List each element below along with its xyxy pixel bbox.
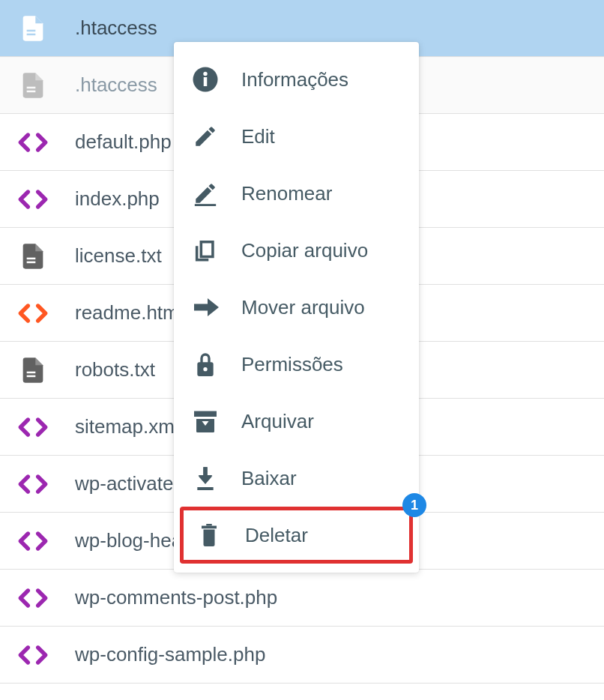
pencil-icon <box>192 123 219 150</box>
svg-point-10 <box>203 72 207 76</box>
doc-gray-icon <box>18 70 48 100</box>
menu-item-info[interactable]: Informações <box>174 51 419 108</box>
menu-item-copy[interactable]: Copiar arquivo <box>174 222 419 279</box>
svg-rect-0 <box>27 29 36 31</box>
archive-icon <box>192 408 219 435</box>
file-name-label: license.txt <box>75 244 162 268</box>
menu-item-pencil-line[interactable]: Renomear <box>174 165 419 222</box>
file-name-label: wp-comments-post.php <box>75 586 277 609</box>
code-purple-icon <box>18 526 48 556</box>
menu-item-trash[interactable]: Deletar <box>180 507 413 564</box>
menu-item-pencil[interactable]: Edit <box>174 108 419 165</box>
file-row[interactable]: wp-comments-post.php <box>0 570 604 627</box>
svg-rect-7 <box>27 375 36 377</box>
file-name-label: readme.html <box>75 301 184 325</box>
svg-rect-2 <box>27 86 36 88</box>
svg-rect-14 <box>197 487 213 490</box>
svg-rect-1 <box>27 33 36 35</box>
context-menu: InformaçõesEditRenomearCopiar arquivoMov… <box>174 42 419 573</box>
menu-item-lock[interactable]: Permissões <box>174 336 419 393</box>
file-row[interactable]: wp-config-sample.php <box>0 627 604 684</box>
code-purple-icon <box>18 412 48 442</box>
lock-icon <box>192 351 219 378</box>
menu-label: Permissões <box>241 353 343 376</box>
file-name-label: index.php <box>75 187 160 211</box>
file-name-label: .htaccess <box>75 16 157 40</box>
arrow-right-icon <box>192 294 219 321</box>
svg-rect-5 <box>27 261 36 263</box>
menu-label: Mover arquivo <box>241 296 365 319</box>
menu-label: Deletar <box>245 524 308 547</box>
file-name-label: wp-config-sample.php <box>75 643 265 666</box>
menu-label: Copiar arquivo <box>241 239 368 262</box>
code-orange-icon <box>18 298 48 328</box>
file-name-label: default.php <box>75 130 172 154</box>
menu-label: Baixar <box>241 467 297 490</box>
svg-rect-9 <box>204 77 208 86</box>
svg-rect-11 <box>195 204 216 206</box>
notification-badge: 1 <box>402 493 426 517</box>
code-purple-icon <box>18 127 48 157</box>
copy-icon <box>192 237 219 264</box>
menu-item-archive[interactable]: Arquivar <box>174 393 419 450</box>
menu-item-arrow-right[interactable]: Mover arquivo <box>174 279 419 336</box>
file-name-label: robots.txt <box>75 358 155 381</box>
svg-rect-4 <box>27 257 36 259</box>
code-purple-icon <box>18 184 48 214</box>
svg-point-12 <box>203 367 207 371</box>
pencil-line-icon <box>192 180 219 207</box>
code-purple-icon <box>18 469 48 499</box>
svg-rect-13 <box>194 411 217 417</box>
menu-item-download[interactable]: Baixar <box>174 450 419 507</box>
menu-label: Renomear <box>241 182 332 205</box>
menu-label: Informações <box>241 68 348 91</box>
doc-white-icon <box>18 13 48 43</box>
code-purple-icon <box>18 640 48 670</box>
svg-rect-3 <box>27 90 36 92</box>
menu-label: Arquivar <box>241 410 314 433</box>
doc-dark-icon <box>18 241 48 271</box>
menu-label: Edit <box>241 125 275 148</box>
doc-dark-icon <box>18 355 48 385</box>
file-name-label: .htaccess <box>75 73 157 97</box>
svg-rect-6 <box>27 371 36 373</box>
trash-icon <box>196 522 223 549</box>
code-purple-icon <box>18 583 48 613</box>
download-icon <box>192 465 219 492</box>
info-icon <box>192 66 219 93</box>
file-name-label: sitemap.xml <box>75 415 179 438</box>
